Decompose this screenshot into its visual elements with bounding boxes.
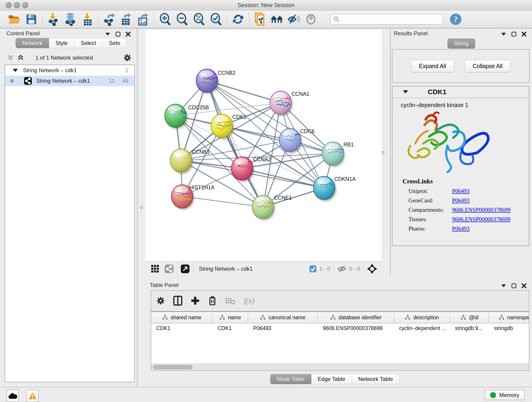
column-header-description[interactable]: description	[394, 312, 450, 323]
float-panel-icon[interactable]	[115, 32, 120, 37]
panel-menu-icon[interactable]	[105, 32, 110, 36]
zoom-in-button[interactable]	[157, 12, 174, 27]
node-CDKN1A[interactable]	[313, 176, 336, 201]
zoom-selected-button[interactable]	[208, 12, 225, 27]
edge-CCNE1-HIST1H1A[interactable]	[182, 196, 263, 207]
close-panel-icon[interactable]	[521, 32, 526, 37]
search-input[interactable]	[340, 15, 443, 24]
tab-node-table[interactable]: Node Table	[270, 374, 311, 384]
collapse-all-button[interactable]: Collapse All	[465, 60, 511, 72]
table-horizontal-scrollbar[interactable]	[151, 364, 529, 370]
panel-menu-icon[interactable]	[501, 284, 506, 288]
crosslink-link[interactable]: 9606.ENSP00000378699	[452, 216, 510, 222]
hidden-eye-icon[interactable]	[337, 265, 346, 273]
column-header-namespace[interactable]: namespace	[489, 312, 529, 323]
gene-expander-icon[interactable]	[403, 90, 408, 94]
crosslink-link[interactable]: P06493	[452, 197, 469, 204]
table-cell[interactable]: P06493	[248, 323, 318, 333]
node-CDK1[interactable]	[211, 114, 234, 139]
crosslink-link[interactable]: P06493	[452, 188, 469, 194]
node-RB1[interactable]	[322, 142, 345, 167]
tab-style[interactable]: Style	[49, 38, 74, 48]
column-header-name[interactable]: name	[213, 312, 248, 323]
expand-all-button[interactable]: Expand All	[411, 60, 454, 72]
crosslink-link[interactable]: 9606.ENSP00000378699	[452, 207, 510, 213]
column-header-shared-name[interactable]: shared name	[151, 312, 213, 323]
selected-checkbox-icon[interactable]	[309, 265, 317, 273]
network-canvas[interactable]: CCNB2CCNA1CDC25BCDK1CDC6RB1CCNB1CCNA2CDK…	[145, 30, 382, 261]
network-row-selected[interactable]: String Network – cdk1 11 48	[5, 76, 134, 86]
clone-network-button[interactable]	[252, 12, 268, 27]
node-label-CDC25B: CDC25B	[188, 104, 209, 110]
crosslinks-title: CrossLinks	[403, 178, 526, 185]
edge-CCNB2-CCNE1[interactable]	[207, 81, 263, 207]
table-cell[interactable]: CDK1	[213, 323, 248, 333]
column-header-label: name	[228, 314, 241, 321]
export-image-button[interactable]	[135, 12, 152, 27]
import-network-file-button[interactable]	[45, 12, 62, 27]
table-cell[interactable]: stringdb	[489, 323, 529, 333]
tab-edge-table[interactable]: Edge Table	[311, 374, 352, 384]
import-network-database-button[interactable]	[62, 12, 79, 27]
search-field[interactable]	[330, 14, 443, 25]
float-panel-icon[interactable]	[511, 32, 516, 37]
column-header-database-identifier[interactable]: database identifier	[318, 312, 394, 323]
tab-network-table[interactable]: Network Table	[352, 374, 400, 384]
node-CCNB2[interactable]	[196, 69, 219, 94]
import-table-file-button[interactable]	[79, 12, 96, 27]
warnings-button[interactable]	[26, 389, 39, 402]
tab-sets[interactable]: Sets	[103, 38, 127, 48]
network-collection-row[interactable]: String Network – cdk1 1	[5, 65, 134, 76]
vertical-splitter-handle-left[interactable]	[140, 206, 143, 209]
network-view-mode-icon[interactable]	[165, 264, 174, 274]
show-panel-button[interactable]	[302, 12, 319, 27]
tab-network[interactable]: Network	[16, 38, 49, 48]
open-session-button[interactable]	[6, 12, 23, 27]
float-panel-icon[interactable]	[511, 283, 516, 288]
zoom-fit-button[interactable]	[191, 12, 208, 27]
birds-eye-view-icon[interactable]	[367, 264, 377, 274]
tab-string-results[interactable]: String	[447, 38, 475, 49]
home-button[interactable]	[268, 12, 285, 27]
node-CCNA1[interactable]	[270, 91, 293, 116]
column-header-canonical-name[interactable]: canonical name	[248, 312, 318, 323]
table-cell[interactable]: stringdb:9...	[450, 323, 489, 333]
memory-status-button[interactable]: Memory	[485, 390, 525, 400]
refresh-network-button[interactable]	[230, 12, 247, 27]
gene-header-row[interactable]: CDK1	[393, 86, 529, 98]
add-column-icon[interactable]	[191, 296, 200, 305]
column-header-label: database identifier	[339, 314, 382, 321]
column-header--id[interactable]: @id	[450, 312, 489, 323]
crosslinks-section: CrossLinks Uniprot:P06493GeneCard:P06493…	[403, 178, 526, 232]
cloud-status-button[interactable]	[6, 389, 19, 402]
export-table-button[interactable]	[118, 12, 135, 27]
vertical-splitter-handle-right[interactable]	[381, 151, 385, 154]
table-cell[interactable]: cyclin–dependent ...	[394, 323, 450, 333]
panel-menu-icon[interactable]	[501, 32, 506, 36]
close-panel-icon[interactable]	[521, 283, 526, 288]
save-session-button[interactable]	[23, 12, 40, 27]
help-button[interactable]: ?	[447, 12, 464, 27]
gear-icon[interactable]	[123, 54, 132, 62]
edge-CCNA2-CDKN1A[interactable]	[242, 168, 324, 188]
zoom-out-button[interactable]	[174, 12, 191, 27]
tab-select[interactable]: Select	[74, 38, 103, 48]
node-CCNE1[interactable]	[252, 195, 275, 220]
string-network-graph[interactable]: CCNB2CCNA1CDC25BCDK1CDC6RB1CCNB1CCNA2CDK…	[145, 30, 382, 261]
column-type-icon	[330, 315, 336, 320]
table-cell[interactable]: CDK1	[151, 323, 213, 333]
delete-column-icon[interactable]	[208, 296, 217, 306]
node-CDC25B[interactable]	[165, 104, 187, 129]
scrollbar-thumb[interactable]	[153, 365, 192, 370]
hide-panel-button[interactable]	[285, 12, 302, 27]
crosslink-link[interactable]: P06493	[452, 225, 469, 232]
table-cell[interactable]: 9606.ENSP00000378699	[318, 323, 394, 333]
close-panel-icon[interactable]	[126, 32, 131, 37]
collection-expander-icon[interactable]	[13, 69, 18, 72]
table-settings-gear-icon[interactable]	[156, 296, 165, 305]
table-row[interactable]: CDK1CDK1P064939606.ENSP00000378699cyclin…	[151, 323, 529, 333]
show-columns-icon[interactable]	[173, 296, 182, 306]
detach-view-icon[interactable]	[181, 264, 190, 274]
grid-view-icon[interactable]	[151, 264, 159, 273]
export-network-button[interactable]	[101, 12, 118, 27]
